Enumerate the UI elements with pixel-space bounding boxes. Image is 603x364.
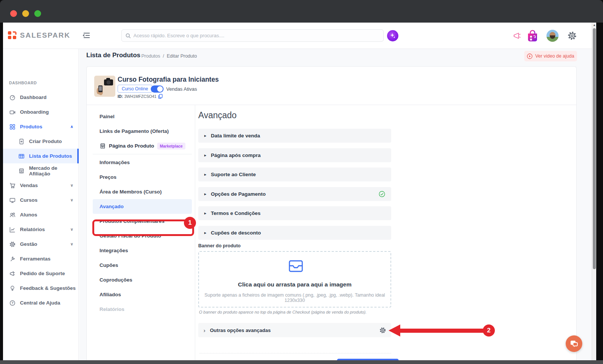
sidebar-item-ferramentas[interactable]: Ferramentas — [3, 251, 79, 266]
breadcrumb: Produtos / Editar Produto — [141, 53, 197, 59]
svg-text:?: ? — [11, 301, 13, 305]
sidebar-item-feedback-sugestoes[interactable]: Feedback & Sugestões — [3, 281, 79, 295]
marketplace-bag-icon[interactable] — [526, 29, 539, 42]
menu-content-divider — [195, 105, 195, 360]
avatar-beard — [550, 35, 555, 39]
product-menu-produtos-complementares[interactable]: Produtos Complementares — [93, 214, 192, 228]
grid-icon — [9, 124, 16, 130]
copy-icon[interactable] — [158, 94, 163, 99]
product-menu-integracoes[interactable]: Integrações — [93, 243, 192, 258]
cart-icon — [9, 183, 16, 189]
video-icon — [9, 109, 16, 115]
accordion-cupoes-desconto[interactable]: ▸ Cupões de desconto — [198, 226, 391, 240]
banner-label: Banner do produto — [198, 243, 241, 248]
product-edit-card: Curso Fotografia para Iniciantes Curso O… — [86, 66, 577, 360]
sidebar-item-alunos[interactable]: Alunos — [3, 207, 79, 222]
user-avatar[interactable] — [546, 30, 559, 42]
sidebar-item-lista-de-produtos[interactable]: Lista de Produtos — [3, 149, 79, 163]
settings-gear-icon[interactable] — [568, 31, 577, 40]
search-icon — [125, 33, 131, 38]
other-advanced-options-row[interactable]: › Outras opções avançadas — [198, 323, 391, 337]
breadcrumb-parent[interactable]: Produtos — [141, 53, 160, 59]
product-thumbnail — [94, 76, 115, 97]
salespark-logo: SALESPARK — [8, 30, 70, 40]
megaphone-icon — [9, 271, 16, 277]
play-circle-icon — [527, 53, 533, 59]
accordion-arrow-icon: ▸ — [204, 192, 207, 196]
accordion-data-limite[interactable]: ▸ Data limite de venda — [198, 129, 391, 143]
product-menu-pagina-produto[interactable]: Página do Produto Marketplace — [93, 139, 192, 153]
search-input[interactable] — [133, 33, 380, 38]
accordion-arrow-icon: ▸ — [204, 133, 207, 138]
product-menu-informacoes[interactable]: Informações — [93, 155, 192, 170]
window-titlebar — [0, 0, 603, 23]
sidebar-item-central-de-ajuda[interactable]: ? Central de Ajuda — [3, 295, 79, 310]
sales-active-toggle[interactable] — [151, 85, 164, 93]
product-id: ID: 3WH1MFZCSO41 — [118, 94, 163, 99]
chevron-up-icon: ∧ — [70, 124, 73, 129]
sidebar-item-pedido-de-suporte[interactable]: Pedido de Suporte — [3, 266, 79, 281]
close-window-button[interactable] — [10, 10, 17, 17]
annotation-step2-arrowhead — [389, 324, 400, 337]
product-menu-links-pagamento[interactable]: Links de Pagamento (Oferta) — [93, 124, 192, 139]
chart-icon — [9, 227, 16, 233]
accordion-termos-condicoes[interactable]: ▸ Termos e Condições — [198, 206, 391, 220]
product-menu-avancado[interactable]: Avançado — [93, 199, 192, 214]
maximize-window-button[interactable] — [34, 10, 41, 17]
accordion-pagina-apos-compra[interactable]: ▸ Página após compra — [198, 148, 391, 162]
sidebar-item-relatorios[interactable]: Relatórios ∨ — [3, 222, 79, 237]
product-menu-area-membros[interactable]: Área de Membros (Curso) — [93, 184, 192, 199]
save-button-partial[interactable] — [337, 359, 399, 360]
sidebar-item-gestao[interactable]: Gestão ∨ — [3, 237, 79, 251]
product-id-label: ID: — [118, 94, 123, 99]
sidebar-collapse-icon[interactable] — [82, 32, 90, 39]
accordion-arrow-icon: ▸ — [204, 230, 207, 235]
sidebar: DASHBOARD Dashboard Onboarding — [3, 49, 79, 360]
menu-divider — [93, 154, 192, 154]
announcements-megaphone-icon[interactable] — [513, 32, 521, 40]
topbar: SALESPARK — [3, 23, 596, 49]
quick-search — [121, 29, 384, 42]
annotation-step1-badge: 1 — [184, 217, 196, 229]
gear-icon — [9, 241, 16, 247]
vertical-scrollbar[interactable]: ▲ — [592, 23, 596, 360]
product-menu-precos[interactable]: Preços — [93, 170, 192, 184]
banner-dropzone[interactable]: Clica aqui ou arrasta para aqui a imagem… — [198, 251, 391, 308]
sidebar-item-vendas[interactable]: Vendas ∨ — [3, 178, 79, 193]
sidebar-nav: Dashboard Onboarding Produtos ∧ — [3, 90, 79, 310]
accordion-opcoes-pagamento[interactable]: ▸ Opções de Pagamento — [198, 187, 391, 201]
accordion-arrow-icon: ▸ — [204, 211, 207, 216]
page-title: Lista de Produtos — [86, 52, 141, 59]
scrollbar-thumb[interactable] — [593, 28, 596, 269]
product-menu-cupoes[interactable]: Cupões — [93, 258, 192, 273]
sidebar-item-cursos[interactable]: Cursos ∨ — [3, 193, 79, 207]
scrollbar-up-arrow[interactable]: ▲ — [592, 23, 596, 27]
product-menu-relatorios[interactable]: Relatórios — [93, 302, 192, 317]
ai-assistant-button[interactable] — [387, 30, 398, 41]
help-icon: ? — [9, 300, 16, 306]
sidebar-item-dashboard[interactable]: Dashboard — [3, 90, 79, 105]
advanced-gear-icon[interactable] — [380, 327, 386, 334]
sidebar-item-onboarding[interactable]: Onboarding — [3, 105, 79, 119]
product-menu-gestao-fiscal[interactable]: Gestão Fiscal do Produto — [93, 228, 192, 243]
chevron-down-icon: ∨ — [70, 227, 73, 232]
chat-support-button[interactable] — [566, 335, 582, 352]
toggle-knob — [157, 86, 163, 92]
product-menu-coproducoes[interactable]: Coproduções — [93, 273, 192, 287]
sidebar-item-mercado-de-afiliacao[interactable]: Mercado de Afiliação — [3, 163, 79, 178]
banner-note: O banner do produto aparece no top da pá… — [199, 310, 367, 314]
product-type-badge: Curso Online — [118, 85, 152, 93]
help-video-button[interactable]: Ver video de ajuda — [524, 51, 577, 61]
breadcrumb-current: Editar Produto — [167, 53, 197, 59]
storefront-icon — [99, 143, 106, 149]
sidebar-item-criar-produto[interactable]: Criar Produto — [3, 134, 79, 149]
section-heading: Avançado — [198, 110, 237, 120]
product-menu-afiliados[interactable]: Afiliados — [93, 287, 192, 302]
accordion-arrow-icon: ▸ — [204, 153, 207, 158]
accordion-suporte-cliente[interactable]: ▸ Suporte ao Cliente — [198, 168, 391, 181]
product-name: Curso Fotografia para Iniciantes — [118, 76, 219, 84]
minimize-window-button[interactable] — [22, 10, 29, 17]
product-menu-painel[interactable]: Painel — [93, 109, 192, 124]
chevron-down-icon: ∨ — [70, 242, 73, 247]
sidebar-item-produtos[interactable]: Produtos ∧ — [3, 119, 79, 134]
